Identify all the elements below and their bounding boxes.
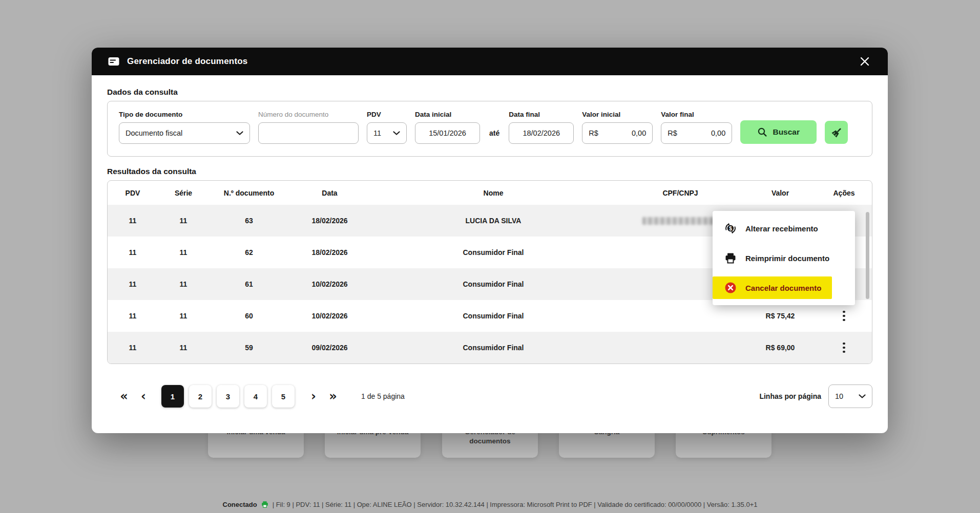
data-inicial-label: Data inicial <box>415 111 480 118</box>
col-data: Data <box>289 189 370 197</box>
page-button-2[interactable]: 2 <box>189 385 212 408</box>
first-page-button[interactable]: « <box>114 385 134 408</box>
data-final-input[interactable] <box>509 122 574 144</box>
table-scrollbar[interactable] <box>866 212 869 299</box>
col-acoes: Ações <box>816 189 872 197</box>
data-final-label: Data final <box>509 111 574 118</box>
table-header-row: PDV Série N.º documento Data Nome CPF/CN… <box>108 181 872 205</box>
cell-numero: 61 <box>209 280 289 288</box>
col-numero: N.º documento <box>209 189 289 197</box>
cancel-circle-icon <box>724 281 737 294</box>
cell-serie: 11 <box>158 312 209 320</box>
cell-nome: Consumidor Final <box>370 344 616 352</box>
menu-item-reimprimir-documento[interactable]: Reimprimir documento <box>713 243 855 273</box>
valor-inicial-input[interactable]: R$ 0,00 <box>582 122 653 144</box>
row-actions-kebab-icon[interactable] <box>840 339 848 356</box>
search-icon <box>757 127 767 137</box>
clear-filters-button[interactable] <box>825 121 848 144</box>
row-actions-kebab-icon[interactable] <box>840 308 848 325</box>
menu-item-cancelar-documento[interactable]: Cancelar documento <box>713 273 855 303</box>
tipo-documento-select[interactable]: Documento fiscal <box>119 122 250 144</box>
col-serie: Série <box>158 189 209 197</box>
printer-status-icon <box>261 500 269 508</box>
per-page-label: Linhas por página <box>759 392 821 400</box>
currency-prefix: R$ <box>589 129 598 137</box>
chevron-down-icon <box>393 131 400 135</box>
modal-title: Gerenciador de documentos <box>127 56 248 67</box>
per-page-select[interactable]: 10 <box>828 384 872 408</box>
printer-icon <box>724 251 737 265</box>
menu-item-label: Reimprimir documento <box>745 254 829 263</box>
cell-pdv: 11 <box>108 344 158 352</box>
cell-pdv: 11 <box>108 248 158 256</box>
cell-serie: 11 <box>158 248 209 256</box>
cell-nome: Consumidor Final <box>370 280 616 288</box>
document-icon <box>107 55 120 68</box>
data-inicial-input[interactable] <box>415 122 480 144</box>
connected-label: Conectado <box>223 501 257 508</box>
col-nome: Nome <box>370 189 616 197</box>
cell-pdv: 11 <box>108 280 158 288</box>
tipo-documento-value: Documento fiscal <box>126 129 182 137</box>
cell-serie: 11 <box>158 280 209 288</box>
svg-text:$: $ <box>729 226 732 231</box>
chevron-down-icon <box>236 131 243 135</box>
per-page-value: 10 <box>835 392 843 400</box>
valor-final-input[interactable]: R$ 0,00 <box>661 122 732 144</box>
page-button-3[interactable]: 3 <box>217 385 239 408</box>
numero-documento-input[interactable] <box>258 122 359 144</box>
valor-inicial-label: Valor inicial <box>582 111 653 118</box>
status-bar: Conectado | Fil: 9 | PDV: 11 | Série: 11… <box>0 499 980 510</box>
page-button-1[interactable]: 1 <box>161 385 184 408</box>
prev-page-button[interactable]: ‹ <box>134 385 153 408</box>
cell-data: 18/02/2026 <box>289 217 370 225</box>
cpf-redacted <box>642 217 718 225</box>
page-button-5[interactable]: 5 <box>272 385 295 408</box>
query-section-title: Dados da consulta <box>107 88 872 97</box>
valor-inicial-value: 0,00 <box>632 129 646 137</box>
cell-numero: 59 <box>209 344 289 352</box>
cell-nome: Consumidor Final <box>370 312 616 320</box>
valor-final-label: Valor final <box>661 111 732 118</box>
results-section-title: Resultados da consulta <box>107 167 872 176</box>
cell-pdv: 11 <box>108 312 158 320</box>
cell-serie: 11 <box>158 344 209 352</box>
last-page-button[interactable]: » <box>323 385 343 408</box>
modal-header: Gerenciador de documentos <box>92 48 888 75</box>
numero-documento-label: Número do documento <box>258 111 359 118</box>
cell-numero: 60 <box>209 312 289 320</box>
page-info: 1 de 5 página <box>361 392 405 400</box>
menu-item-label: Cancelar documento <box>745 284 821 292</box>
cell-numero: 62 <box>209 248 289 256</box>
change-payment-icon: $ <box>724 222 737 235</box>
chevron-down-icon <box>859 394 866 398</box>
cell-numero: 63 <box>209 217 289 225</box>
cell-data: 10/02/2026 <box>289 280 370 288</box>
broom-icon <box>830 126 843 139</box>
page-button-4[interactable]: 4 <box>244 385 267 408</box>
pdv-label: PDV <box>367 111 407 118</box>
currency-prefix: R$ <box>668 129 677 137</box>
pagination: « ‹ 1 2 3 4 5 › » 1 de 5 página Linhas p… <box>107 384 872 408</box>
cell-valor: R$ 69,00 <box>744 344 816 352</box>
cell-serie: 11 <box>158 217 209 225</box>
menu-item-alterar-recebimento[interactable]: $ Alterar recebimento <box>713 213 855 243</box>
col-cpf: CPF/CNPJ <box>616 189 744 197</box>
menu-item-label: Alterar recebimento <box>745 224 818 233</box>
pdv-select[interactable]: 11 <box>367 122 407 144</box>
table-row[interactable]: 11 11 59 09/02/2026 Consumidor Final R$ … <box>108 332 872 364</box>
next-page-button[interactable]: › <box>304 385 323 408</box>
row-actions-menu: $ Alterar recebimento Reimprimir documen… <box>713 211 855 305</box>
cell-data: 09/02/2026 <box>289 344 370 352</box>
cell-data: 18/02/2026 <box>289 248 370 256</box>
col-valor: Valor <box>744 189 816 197</box>
status-details: | Fil: 9 | PDV: 11 | Série: 11 | Ope: AL… <box>273 501 758 508</box>
cell-nome: Consumidor Final <box>370 248 616 256</box>
close-icon[interactable] <box>857 54 872 69</box>
col-pdv: PDV <box>108 189 158 197</box>
tipo-documento-label: Tipo de documento <box>119 111 250 118</box>
cancelar-highlight: Cancelar documento <box>713 276 832 299</box>
pdv-value: 11 <box>373 129 381 137</box>
buscar-button[interactable]: Buscar <box>740 120 817 144</box>
buscar-label: Buscar <box>773 127 800 137</box>
